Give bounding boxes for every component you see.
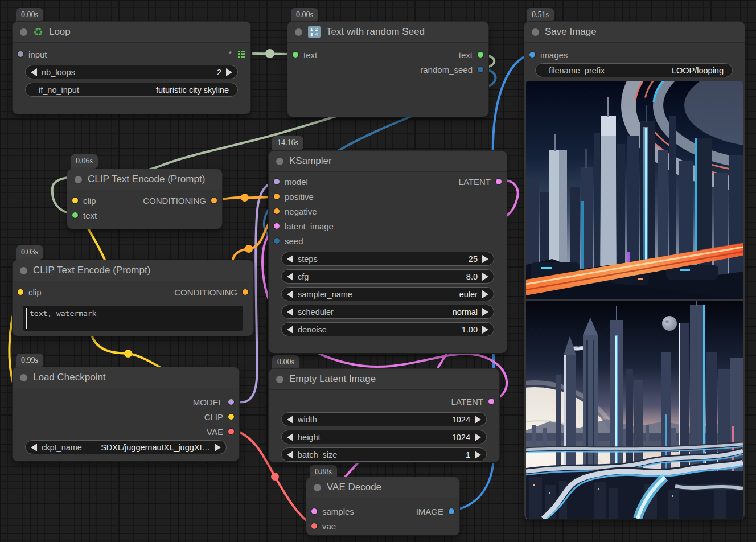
node-save-image[interactable]: Save Image images filename_prefix LOOP/l… [524,22,745,519]
collapse-dot[interactable] [276,376,284,383]
slot-dot[interactable] [274,208,280,214]
decrement-icon[interactable] [287,326,293,334]
collapse-dot[interactable] [20,267,27,274]
slot-dot[interactable] [228,429,234,434]
node-loop[interactable]: ♻ Loop input * nb_loops 2 if_no_input [13,22,250,114]
filename-prefix-widget[interactable]: filename_prefix LOOP/looping [535,63,733,77]
increment-icon[interactable] [482,326,488,334]
output-slot-model[interactable]: MODEL [193,397,239,407]
link-dot-orange-1[interactable] [241,194,249,202]
node-text-with-random-seed[interactable]: 1 2 3 4 Text with random Seed text text … [287,22,488,117]
slot-dot[interactable] [18,51,23,57]
output-slot-conditioning[interactable]: CONDITIONING [174,288,253,297]
node-header[interactable]: Empty Latent Image [269,369,499,390]
node-header[interactable]: CLIP Text Encode (Prompt) [67,169,222,190]
slot-dot[interactable] [488,399,494,404]
node-header[interactable]: Save Image [524,22,745,43]
output-slot-text[interactable]: text [459,50,488,60]
prompt-textarea[interactable]: text, watermark [23,306,243,331]
link-dot-yellow[interactable] [124,350,132,358]
sampler-name-widget[interactable]: sampler_name euler [281,287,494,301]
nb-loops-widget[interactable]: nb_loops 2 [25,65,238,79]
collapse-dot[interactable] [20,374,27,381]
height-widget[interactable]: height 1024 [281,430,487,444]
increment-icon[interactable] [475,451,481,459]
collapse-dot[interactable] [314,484,321,491]
slot-dot[interactable] [228,399,234,405]
collapse-dot[interactable] [20,28,27,36]
decrement-icon[interactable] [287,433,293,441]
slot-dot[interactable] [478,67,483,72]
node-header[interactable]: VAE Decode [306,477,459,498]
input-slot-text[interactable]: text [67,211,97,220]
ckpt-name-widget[interactable]: ckpt_name SDXL/juggernautXL_juggXI… [25,440,227,454]
link-dot-sage[interactable] [265,49,274,58]
input-slot-text[interactable]: text [287,50,317,60]
node-vae-decode[interactable]: VAE Decode samples IMAGE vae [306,477,459,535]
input-slot-vae[interactable]: vae [306,522,336,531]
increment-icon[interactable] [482,255,488,263]
node-header[interactable]: Load Checkpoint [13,367,239,388]
input-slot-input[interactable]: input [13,50,47,59]
increment-icon[interactable] [475,416,481,424]
increment-icon[interactable] [475,433,481,441]
collapse-dot[interactable] [75,176,82,183]
slot-dot[interactable] [72,212,78,218]
decrement-icon[interactable] [287,273,293,281]
output-slot-latent[interactable]: LATENT [459,177,507,187]
decrement-icon[interactable] [31,68,37,76]
output-slot-image[interactable]: IMAGE [416,507,459,516]
decrement-icon[interactable] [287,255,293,263]
increment-icon[interactable] [482,273,488,281]
grid-output-icon[interactable] [238,51,245,58]
slot-dot[interactable] [228,414,234,420]
slot-dot[interactable] [274,238,280,244]
increment-icon[interactable] [215,444,221,451]
input-slot-images[interactable]: images [524,50,568,60]
cfg-widget[interactable]: cfg 8.0 [281,269,494,284]
output-slot-latent[interactable]: LATENT [451,397,499,406]
output-slot-vae[interactable]: VAE [207,427,239,437]
input-slot-latent-image[interactable]: latent_image [269,221,334,231]
input-slot-model[interactable]: model [269,177,308,187]
batch-size-widget[interactable]: batch_size 1 [281,447,487,462]
slot-dot[interactable] [211,198,217,203]
slot-dot[interactable] [72,198,78,203]
output-slot-random-seed[interactable]: random_seed [420,65,488,75]
input-slot-clip[interactable]: clip [13,288,42,297]
decrement-icon[interactable] [287,416,293,424]
increment-icon[interactable] [482,290,488,298]
denoise-widget[interactable]: denoise 1.00 [281,322,494,336]
decrement-icon[interactable] [287,290,293,298]
slot-dot[interactable] [496,179,502,184]
node-clip-text-encode-positive[interactable]: CLIP Text Encode (Prompt) clip CONDITION… [67,169,222,229]
input-slot-positive[interactable]: positive [269,192,314,202]
collapse-dot[interactable] [532,28,539,36]
input-slot-negative[interactable]: negative [269,207,317,216]
slot-dot[interactable] [293,52,298,58]
slot-dot[interactable] [243,289,248,295]
decrement-icon[interactable] [31,444,37,451]
node-empty-latent-image[interactable]: Empty Latent Image LATENT width 1024 hei… [269,369,499,462]
slot-dot[interactable] [274,194,280,199]
node-graph-canvas[interactable]: 0.00s 0.00s 0.51s 14.16s 0.06s 0.03s 0.9… [0,0,756,542]
decrement-icon[interactable] [287,451,293,459]
link-dot-red[interactable] [271,473,279,481]
output-slot-clip[interactable]: CLIP [204,412,239,422]
node-header[interactable]: KSampler [269,151,507,172]
node-clip-text-encode-negative[interactable]: CLIP Text Encode (Prompt) clip CONDITION… [13,260,253,336]
increment-icon[interactable] [226,68,232,76]
steps-widget[interactable]: steps 25 [281,252,494,266]
increment-icon[interactable] [482,308,488,316]
slot-dot[interactable] [311,508,317,514]
slot-dot[interactable] [478,52,483,58]
input-slot-clip[interactable]: clip [67,196,96,206]
if-no-input-widget[interactable]: if_no_input futuristic city skyline [25,83,238,97]
input-slot-seed[interactable]: seed [269,236,303,246]
node-ksampler[interactable]: KSampler model LATENT positive negative [269,151,507,353]
decrement-icon[interactable] [287,308,293,316]
scheduler-widget[interactable]: scheduler normal [281,305,494,319]
slot-dot[interactable] [274,223,280,229]
slot-dot[interactable] [274,179,280,184]
collapse-dot[interactable] [295,28,302,36]
